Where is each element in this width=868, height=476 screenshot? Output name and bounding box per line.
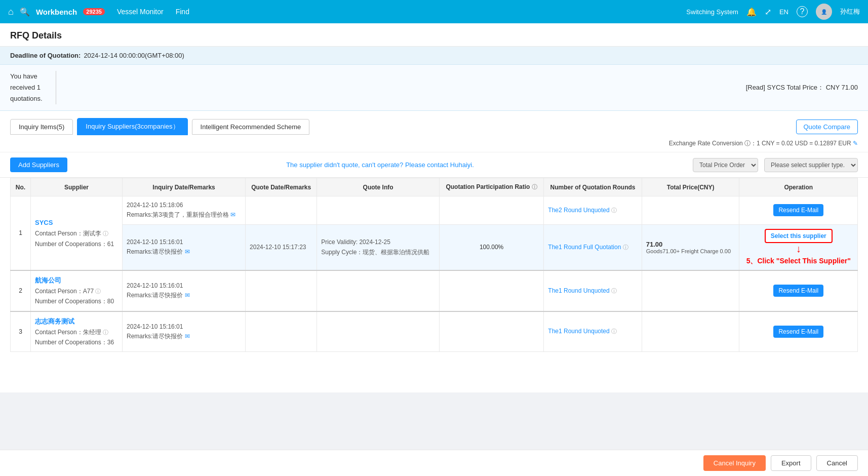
col-no: No. bbox=[11, 178, 31, 196]
supplier-info-1: SYCS Contact Person：测试李 ⓘ Number of Coop… bbox=[31, 196, 123, 270]
tab-inquiry-items[interactable]: Inquiry Items(5) bbox=[10, 119, 73, 135]
workbench-badge: 29235 bbox=[83, 8, 105, 15]
sycs-total-price: [Read] SYCS Total Price： CNY 71.00 bbox=[746, 83, 858, 92]
rounds-1b: The1 Round Full Quotation ⓘ bbox=[544, 224, 642, 270]
quote-compare-button[interactable]: Quote Compare bbox=[796, 120, 858, 134]
supplier-info-3: 志志商务测试 Contact Person：朱经理 ⓘ Number of Co… bbox=[31, 311, 123, 352]
deadline-label: Deadline of Quotation: bbox=[10, 52, 81, 59]
top-navigation: ⌂ 🔍 Workbench 29235 Vessel Monitor Find … bbox=[0, 0, 868, 23]
quote-info-1a bbox=[317, 196, 440, 224]
switching-system[interactable]: Switching System bbox=[686, 8, 738, 16]
suppliers-table: No. Supplier Inquiry Date/Remarks Quote … bbox=[10, 178, 858, 352]
supplier-name-1[interactable]: SYCS bbox=[35, 217, 118, 228]
select-supplier-annotation: Select this supplier ↓ 5、Click "Select T… bbox=[746, 229, 851, 266]
price-3 bbox=[642, 311, 739, 352]
exchange-rate-text: Exchange Rate Conversion ⓘ：1 CNY = 0.02 … bbox=[669, 140, 851, 147]
mail-icon-1a[interactable]: ✉ bbox=[230, 211, 235, 218]
supplier-contact-1: Contact Person：测试李 ⓘ bbox=[35, 228, 118, 239]
language-selector[interactable]: EN bbox=[779, 8, 788, 16]
tabs-bar: Inquiry Items(5) Inquiry Suppliers(3comp… bbox=[0, 111, 868, 135]
page-content: RFQ Details Deadline of Quotation: 2024-… bbox=[0, 23, 868, 392]
mail-icon-2[interactable]: ✉ bbox=[185, 292, 190, 299]
col-participation: Quotation Participation Ratio ⓘ bbox=[439, 178, 543, 196]
resend-email-button-3[interactable]: Resend E-Mail bbox=[773, 326, 823, 338]
workbench-label[interactable]: Workbench bbox=[36, 8, 77, 16]
round-link-1b[interactable]: The1 Round Full Quotation bbox=[548, 244, 621, 251]
supplier-name-2[interactable]: 航海公司 bbox=[35, 275, 118, 286]
participation-2 bbox=[439, 270, 543, 311]
quote-info-1b: Price Validity: 2024-12-25 Supply Cycle：… bbox=[317, 224, 440, 270]
bell-icon[interactable]: 🔔 bbox=[746, 7, 757, 17]
avatar[interactable]: 👤 bbox=[816, 4, 832, 20]
participation-1a bbox=[439, 196, 543, 224]
deadline-value: 2024-12-14 00:00:00(GMT+08:00) bbox=[84, 52, 184, 59]
quote-date-1b: 2024-12-10 15:17:23 bbox=[246, 224, 317, 270]
deadline-bar: Deadline of Quotation: 2024-12-14 00:00:… bbox=[0, 47, 868, 65]
row-no-3: 3 bbox=[11, 311, 31, 352]
username[interactable]: 孙红梅 bbox=[840, 7, 860, 16]
quote-date-3 bbox=[246, 311, 317, 352]
controls-row: Add Suppliers The supplier didn't quote,… bbox=[0, 152, 868, 178]
search-icon[interactable]: 🔍 bbox=[20, 7, 30, 17]
edit-exchange-icon[interactable]: ✎ bbox=[853, 140, 858, 147]
operation-2: Resend E-Mail bbox=[739, 270, 858, 311]
col-operation: Operation bbox=[739, 178, 858, 196]
suppliers-table-wrap: No. Supplier Inquiry Date/Remarks Quote … bbox=[0, 178, 868, 392]
mail-icon-1b[interactable]: ✉ bbox=[185, 248, 190, 255]
col-quote-date: Quote Date/Remarks bbox=[246, 178, 317, 196]
rounds-3: The1 Round Unquoted ⓘ bbox=[544, 311, 642, 352]
annotation-text: 5、Click "Select This Supplier" bbox=[746, 257, 851, 266]
help-icon[interactable]: ? bbox=[797, 6, 808, 17]
mail-icon-3[interactable]: ✉ bbox=[185, 333, 190, 340]
page-header: RFQ Details bbox=[0, 23, 868, 47]
supplier-type-select[interactable]: Please select supplier type. bbox=[764, 158, 858, 172]
supplier-name-3[interactable]: 志志商务测试 bbox=[35, 316, 118, 327]
supplier-contact-3: Contact Person：朱经理 ⓘ bbox=[35, 327, 118, 337]
rounds-1a: The2 Round Unquoted ⓘ bbox=[544, 196, 642, 224]
table-row: 1 SYCS Contact Person：测试李 ⓘ Number of Co… bbox=[11, 196, 858, 224]
table-row: 2 航海公司 Contact Person：A77 ⓘ Number of Co… bbox=[11, 270, 858, 311]
vessel-monitor-link[interactable]: Vessel Monitor bbox=[117, 8, 164, 16]
expand-icon[interactable]: ⤢ bbox=[765, 7, 771, 17]
col-price: Total Price(CNY) bbox=[642, 178, 739, 196]
supplier-contact-2: Contact Person：A77 ⓘ bbox=[35, 286, 118, 296]
supplier-cooperations-2: Number of Cooperations：80 bbox=[35, 296, 118, 306]
price-1b: 71.00 Goods71.00+ Freight Charge 0.00 bbox=[642, 224, 739, 270]
select-supplier-button[interactable]: Select this supplier bbox=[765, 229, 833, 243]
round-link-1a[interactable]: The2 Round Unquoted bbox=[548, 207, 609, 214]
round-link-3[interactable]: The1 Round Unquoted bbox=[548, 328, 609, 335]
col-quote-info: Quote Info bbox=[317, 178, 440, 196]
tab-intelligent-scheme[interactable]: Intelligent Recommended Scheme bbox=[192, 119, 310, 135]
vertical-divider bbox=[56, 71, 56, 104]
table-header-row: No. Supplier Inquiry Date/Remarks Quote … bbox=[11, 178, 858, 196]
exchange-rate-row: Exchange Rate Conversion ⓘ：1 CNY = 0.02 … bbox=[0, 135, 868, 152]
round-link-2[interactable]: The1 Round Unquoted bbox=[548, 287, 609, 294]
supplier-cooperations-3: Number of Cooperations：36 bbox=[35, 337, 118, 347]
operation-1b: Select this supplier ↓ 5、Click "Select T… bbox=[739, 224, 858, 270]
col-rounds: Number of Quotation Rounds bbox=[544, 178, 642, 196]
supplier-info-2: 航海公司 Contact Person：A77 ⓘ Number of Coop… bbox=[31, 270, 123, 311]
table-row: 2024-12-10 15:16:01 Remarks:请尽快报价 ✉ 2024… bbox=[11, 224, 858, 270]
col-supplier: Supplier bbox=[31, 178, 123, 196]
row-no-2: 2 bbox=[11, 270, 31, 311]
price-1a bbox=[642, 196, 739, 224]
add-suppliers-button[interactable]: Add Suppliers bbox=[10, 157, 67, 172]
find-link[interactable]: Find bbox=[176, 8, 189, 16]
quotation-received-text: You have received 1 quotations. bbox=[10, 71, 43, 104]
resend-email-button-1a[interactable]: Resend E-Mail bbox=[773, 204, 823, 216]
col-inquiry-date: Inquiry Date/Remarks bbox=[123, 178, 246, 196]
total-price-order-select[interactable]: Total Price Order bbox=[693, 158, 758, 172]
operation-1a: Resend E-Mail bbox=[739, 196, 858, 224]
table-row: 3 志志商务测试 Contact Person：朱经理 ⓘ Number of … bbox=[11, 311, 858, 352]
sycs-info: [Read] SYCS Total Price： CNY 71.00 bbox=[69, 71, 858, 104]
quote-info-3 bbox=[317, 311, 440, 352]
participation-3 bbox=[439, 311, 543, 352]
row-no-1: 1 bbox=[11, 196, 31, 270]
inquiry-date-3: 2024-12-10 15:16:01 Remarks:请尽快报价 ✉ bbox=[123, 311, 246, 352]
tab-inquiry-suppliers[interactable]: Inquiry Suppliers(3companies） bbox=[77, 118, 187, 135]
resend-email-button-2[interactable]: Resend E-Mail bbox=[773, 285, 823, 297]
annotation-arrow: ↓ bbox=[746, 243, 851, 255]
quote-info-2 bbox=[317, 270, 440, 311]
supplier-cooperations-1: Number of Cooperations：61 bbox=[35, 239, 118, 249]
home-icon[interactable]: ⌂ bbox=[8, 7, 14, 17]
